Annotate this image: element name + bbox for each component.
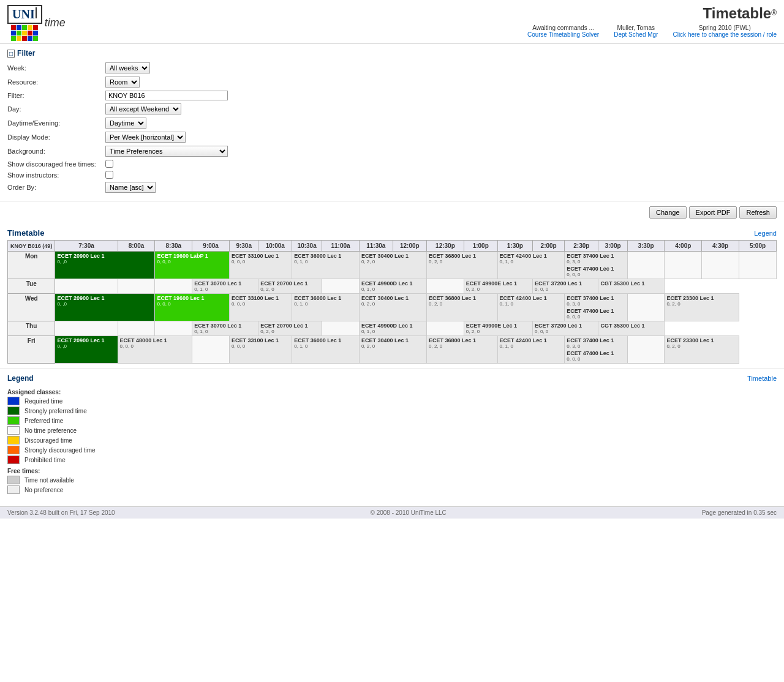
day-select[interactable]: All except Weekend xyxy=(105,103,181,114)
event-fri-37400[interactable]: ECET 37400 Lec 1 0, 3, 0 ECET 47400 Lec … xyxy=(565,336,627,364)
legend-section: Legend Timetable Assigned classes: Requi… xyxy=(0,369,784,504)
timetable-link[interactable]: Timetable xyxy=(747,375,777,382)
event-fri-30400[interactable]: ECET 30400 Lec 1 0, 2, 0 xyxy=(359,336,426,364)
instructors-label: Show instructors: xyxy=(7,171,105,179)
color-red-swatch xyxy=(7,455,20,464)
event-tue-49900d[interactable]: ECET 49900D Lec 1 0, 1, 0 xyxy=(359,279,426,294)
time-header-1230: 12:30p xyxy=(427,241,464,252)
event-mon-37400[interactable]: ECET 37400 Lec 1 0, 3, 0 ECET 47400 Lec … xyxy=(565,252,627,279)
display-select[interactable]: Per Week [horizontal] xyxy=(105,132,186,143)
event-mon-36000[interactable]: ECET 36000 Lec 1 0, 1, 0 xyxy=(292,252,360,279)
event-fri-36800[interactable]: ECET 36800 Lec 1 0, 2, 0 xyxy=(427,336,498,364)
event-mon-36800[interactable]: ECET 36800 Lec 1 0, 2, 0 xyxy=(427,252,498,279)
instructors-checkbox[interactable] xyxy=(105,171,113,179)
legend-free-no-preference-label: No preference xyxy=(24,487,63,493)
legend-preferred-label: Preferred time xyxy=(24,418,63,424)
time-header-1030: 10:30a xyxy=(292,241,322,252)
event-fri-33100[interactable]: ECET 33100 Lec 1 0, 0, 0 xyxy=(230,336,292,364)
event-thu-35300[interactable]: CGT 35300 Lec 1 xyxy=(598,321,665,336)
color-dark-green-swatch xyxy=(7,407,20,415)
event-mon-19600[interactable]: ECET 19600 LabP 1 0, 0, 0 xyxy=(155,252,230,279)
event-wed-20900[interactable]: ECET 20900 Lec 1 0, ,0 xyxy=(55,294,155,321)
day-tue: Tue xyxy=(8,279,55,294)
timetable-table: KNOY B016 (49) 7:30a 8:00a 8:30a 9:00a 9… xyxy=(7,240,777,364)
order-label: Order By: xyxy=(7,184,105,191)
week-select[interactable]: All weeks xyxy=(105,62,150,73)
instructors-control xyxy=(105,171,113,179)
event-tue-35300[interactable]: CGT 35300 Lec 1 xyxy=(598,279,665,294)
display-label: Display Mode: xyxy=(7,133,105,141)
resource-select[interactable]: Room xyxy=(105,77,140,88)
background-select[interactable]: Time Preferences xyxy=(105,146,228,157)
table-row-thu: Thu ECET 30700 Lec 1 0, 1, 0 ECET 20700 … xyxy=(8,321,777,336)
event-tue-30700[interactable]: ECET 30700 Lec 1 0, 1, 0 xyxy=(192,279,258,294)
assigned-label: Assigned classes: xyxy=(7,389,777,395)
empty-tue-830 xyxy=(155,279,192,294)
event-mon-33100[interactable]: ECET 33100 Lec 1 0, 0, 0 xyxy=(230,252,292,279)
event-wed-33100[interactable]: ECET 33100 Lec 1 0, 0, 0 xyxy=(230,294,292,321)
event-tue-20700[interactable]: ECET 20700 Lec 1 0, 2, 0 xyxy=(258,279,322,294)
event-fri-23300[interactable]: ECET 23300 Lec 1 0, 2, 0 xyxy=(665,336,739,364)
event-thu-49900e[interactable]: ECET 49900E Lec 1 0, 2, 0 xyxy=(464,321,532,336)
export-pdf-button[interactable]: Export PDF xyxy=(689,206,737,219)
event-wed-37400[interactable]: ECET 37400 Lec 1 0, 3, 0 ECET 47400 Lec … xyxy=(565,294,627,321)
event-tue-49900e[interactable]: ECET 49900E Lec 1 0, 2, 0 xyxy=(464,279,532,294)
filter-input[interactable] xyxy=(105,91,228,100)
empty-mon-400 xyxy=(665,252,702,279)
event-tue-37200[interactable]: ECET 37200 Lec 1 0, 0, 0 xyxy=(533,279,598,294)
button-row: Change Export PDF Refresh xyxy=(0,201,784,223)
day-thu: Thu xyxy=(8,321,55,336)
event-wed-36800[interactable]: ECET 36800 Lec 1 0, 2, 0 xyxy=(427,294,498,321)
event-wed-30400[interactable]: ECET 30400 Lec 1 0, 2, 0 xyxy=(359,294,426,321)
event-wed-42400[interactable]: ECET 42400 Lec 1 0, 1, 0 xyxy=(497,294,565,321)
filter-row-order: Order By: Name [asc] xyxy=(7,182,777,193)
legend-title: Legend xyxy=(7,374,34,383)
logo-area: UNI time xyxy=(7,5,66,41)
order-control: Name [asc] xyxy=(105,182,156,193)
header-right: Timetable® Awaiting commands ... Course … xyxy=(527,5,777,38)
empty-tue-800 xyxy=(118,279,155,294)
legend-strongly-discouraged-label: Strongly discouraged time xyxy=(24,447,96,454)
color-light-gray-swatch xyxy=(7,485,20,494)
week-label: Week: xyxy=(7,64,105,72)
background-control: Time Preferences xyxy=(105,146,228,157)
event-wed-36000[interactable]: ECET 36000 Lec 1 0, 1, 0 xyxy=(292,294,360,321)
daytime-select[interactable]: Daytime xyxy=(105,118,146,129)
event-wed-19600[interactable]: ECET 19600 Lec 1 0, 0, 0 xyxy=(155,294,230,321)
time-header-1130: 11:30a xyxy=(359,241,393,252)
change-button[interactable]: Change xyxy=(649,206,687,219)
empty-tue-1200 xyxy=(322,279,360,294)
discouraged-checkbox[interactable] xyxy=(105,160,113,168)
day-wed: Wed xyxy=(8,294,55,321)
color-green-swatch xyxy=(7,416,20,425)
event-mon-20900[interactable]: ECET 20900 Lec 1 0, ,0 xyxy=(55,252,155,279)
header-session-info[interactable]: Spring 2010 (PWL) Click here to change t… xyxy=(673,24,777,38)
event-fri-36000[interactable]: ECET 36000 Lec 1 0, 1, 0 xyxy=(292,336,360,364)
color-blue-swatch xyxy=(7,397,20,405)
time-header-800: 8:00a xyxy=(118,241,155,252)
event-wed-23300[interactable]: ECET 23300 Lec 1 0, 2, 0 xyxy=(665,294,739,321)
order-select[interactable]: Name [asc] xyxy=(105,182,156,193)
event-thu-37200[interactable]: ECET 37200 Lec 1 0, 0, 0 xyxy=(533,321,598,336)
event-thu-20700[interactable]: ECET 20700 Lec 1 0, 2, 0 xyxy=(258,321,322,336)
time-header-300: 3:00p xyxy=(598,241,627,252)
event-fri-48000[interactable]: ECET 48000 Lec 1 0, 0, 0 xyxy=(118,336,192,364)
event-mon-42400[interactable]: ECET 42400 Lec 1 0, 1, 0 xyxy=(497,252,565,279)
header-user-info: Muller, Tomas Dept Sched Mgr xyxy=(614,24,658,38)
filter-toggle[interactable]: □ xyxy=(7,50,15,58)
event-mon-30400[interactable]: ECET 30400 Lec 1 0, 2, 0 xyxy=(359,252,426,279)
filter-row-week: Week: All weeks xyxy=(7,62,777,73)
event-fri-42400[interactable]: ECET 42400 Lec 1 0, 1, 0 xyxy=(497,336,565,364)
filter-row-discouraged: Show discouraged free times: xyxy=(7,160,777,168)
time-header-400: 4:00p xyxy=(665,241,702,252)
event-thu-49900d[interactable]: ECET 49900D Lec 1 0, 1, 0 xyxy=(359,321,426,336)
refresh-button[interactable]: Refresh xyxy=(739,206,777,219)
day-mon: Mon xyxy=(8,252,55,279)
table-row-fri: Fri ECET 20900 Lec 1 0, ,0 ECET 48000 Le… xyxy=(8,336,777,364)
legend-body: Assigned classes: Required time Strongly… xyxy=(7,383,777,499)
room-header: KNOY B016 (49) xyxy=(8,241,55,252)
event-thu-30700[interactable]: ECET 30700 Lec 1 0, 1, 0 xyxy=(192,321,258,336)
event-fri-20900[interactable]: ECET 20900 Lec 1 0, ,0 xyxy=(55,336,118,364)
legend-link[interactable]: Legend xyxy=(754,230,777,237)
daytime-control: Daytime xyxy=(105,118,146,129)
